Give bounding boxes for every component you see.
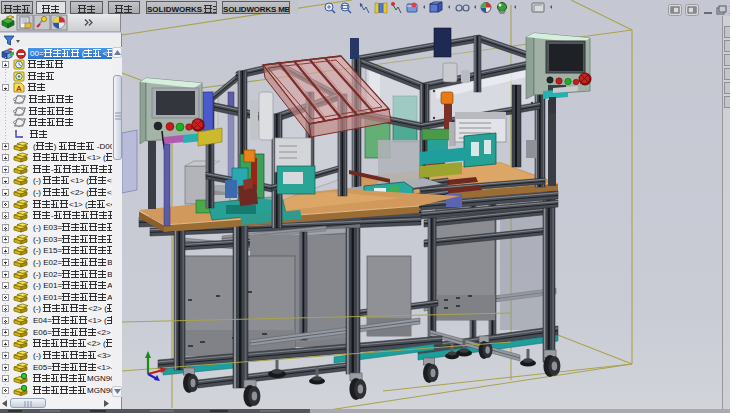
svg-text:A: A [16, 84, 22, 93]
